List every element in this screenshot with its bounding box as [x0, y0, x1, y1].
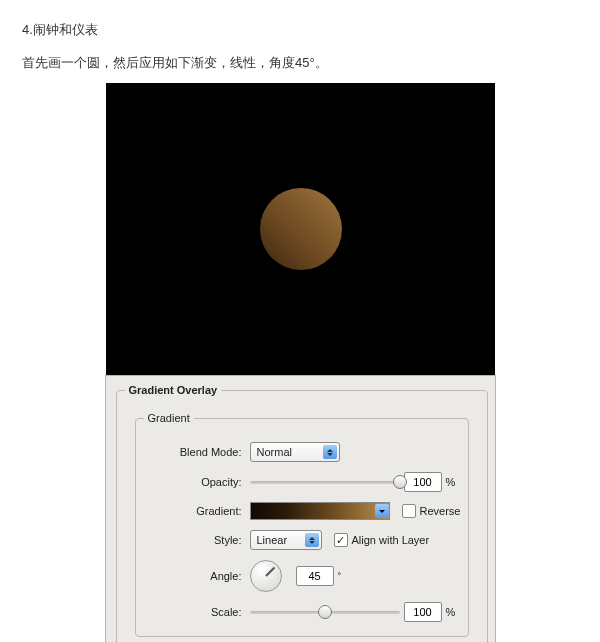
angle-knob[interactable] [250, 560, 282, 592]
step-description: 首先画一个圆，然后应用如下渐变，线性，角度45°。 [22, 51, 578, 76]
gradient-label: Gradient: [144, 505, 242, 517]
scale-unit: % [446, 606, 456, 618]
blend-mode-select[interactable]: Normal [250, 442, 340, 462]
angle-label: Angle: [144, 570, 242, 582]
dropdown-icon [375, 504, 389, 518]
preview-canvas [106, 83, 495, 375]
opacity-slider[interactable] [250, 475, 400, 489]
reverse-label: Reverse [420, 505, 461, 517]
dropdown-icon [323, 445, 337, 459]
degree-symbol: ° [338, 571, 342, 581]
dropdown-icon [305, 533, 319, 547]
group-title: Gradient Overlay [125, 384, 222, 396]
group-gradient-overlay: Gradient Overlay Gradient Blend Mode: No… [116, 384, 489, 642]
reverse-checkbox[interactable] [402, 504, 416, 518]
group-gradient: Gradient Blend Mode: Normal Opacity: % G… [135, 412, 470, 637]
scale-label: Scale: [144, 606, 242, 618]
step-heading: 4.闹钟和仪表 [22, 18, 578, 43]
opacity-unit: % [446, 476, 456, 488]
blend-mode-label: Blend Mode: [144, 446, 242, 458]
opacity-label: Opacity: [144, 476, 242, 488]
align-checkbox[interactable]: ✓ [334, 533, 348, 547]
style-select[interactable]: Linear [250, 530, 322, 550]
scale-slider[interactable] [250, 605, 400, 619]
gradient-circle [260, 188, 342, 270]
inner-title: Gradient [144, 412, 194, 424]
gradient-overlay-panel: Gradient Overlay Gradient Blend Mode: No… [105, 375, 496, 642]
row-gradient: Gradient: Reverse [144, 502, 461, 520]
gradient-swatch[interactable] [250, 502, 390, 520]
align-label: Align with Layer [352, 534, 430, 546]
angle-input[interactable] [296, 566, 334, 586]
opacity-input[interactable] [404, 472, 442, 492]
row-style: Style: Linear ✓ Align with Layer [144, 530, 461, 550]
row-angle: Angle: ° [144, 560, 461, 592]
style-value: Linear [257, 534, 301, 546]
blend-mode-value: Normal [257, 446, 319, 458]
row-scale: Scale: % [144, 602, 461, 622]
style-label: Style: [144, 534, 242, 546]
row-blend-mode: Blend Mode: Normal [144, 442, 461, 462]
row-opacity: Opacity: % [144, 472, 461, 492]
scale-input[interactable] [404, 602, 442, 622]
